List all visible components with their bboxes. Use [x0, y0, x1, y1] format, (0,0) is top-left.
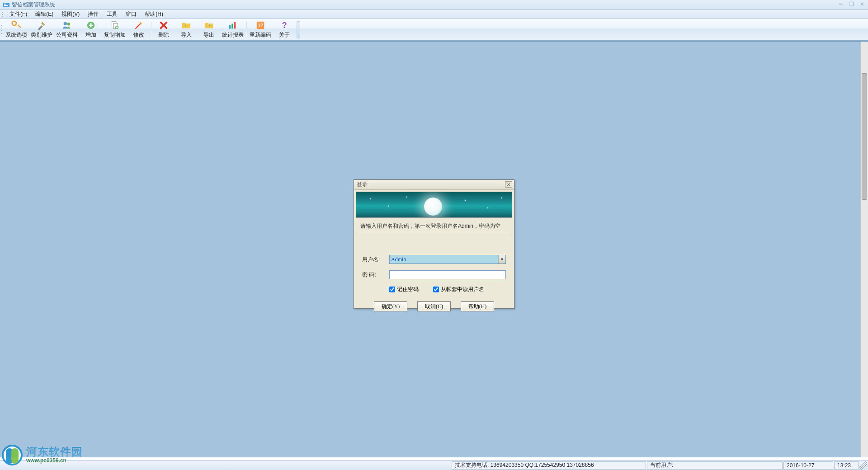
status-bar: 技术支持电话: 13694203350 QQ:1725542950 137028…: [0, 460, 868, 470]
vertical-scrollbar[interactable]: [860, 42, 868, 457]
minimize-button[interactable]: ━: [836, 1, 844, 7]
remember-password-checkbox[interactable]: 记住密码: [389, 286, 419, 293]
read-from-book-input[interactable]: [433, 287, 439, 292]
renumber-icon: 12: [255, 20, 265, 30]
menu-bar: 文件(F) 编辑(E) 视图(V) 操作 工具 窗口 帮助(H): [0, 10, 868, 19]
menu-grip-icon: [2, 11, 4, 18]
star-icon: [388, 206, 389, 207]
dialog-banner: [356, 192, 512, 218]
star-icon: [501, 197, 502, 198]
toolbar-delete[interactable]: 删除: [152, 20, 175, 40]
title-bar: 智信档案管理系统 ━ ❐ ✕: [0, 0, 868, 10]
toolbar-add[interactable]: 增加: [80, 20, 102, 40]
username-input[interactable]: [389, 255, 506, 264]
menu-view[interactable]: 视图(V): [57, 9, 84, 19]
svg-rect-12: [234, 22, 236, 29]
toolbar-label: 重新编码: [250, 31, 271, 39]
toolbar-label: 删除: [158, 31, 169, 39]
star-icon: [370, 198, 371, 199]
toolbar-label: 关于: [279, 31, 290, 39]
toolbar-label: 增加: [85, 31, 96, 39]
status-time: 13:23: [834, 461, 859, 470]
app-icon: [3, 1, 10, 9]
cancel-button[interactable]: 取消(C): [417, 301, 451, 311]
toolbar-about[interactable]: ? 关于: [273, 20, 296, 40]
status-current-user: 当前用户:: [647, 461, 783, 470]
app-title: 智信档案管理系统: [12, 1, 55, 9]
help-icon: ?: [279, 20, 289, 30]
maximize-button[interactable]: ❐: [847, 1, 855, 7]
pencil-icon: [134, 20, 144, 30]
svg-rect-11: [231, 24, 233, 28]
toolbar-category-maintain[interactable]: 类别维护: [29, 20, 54, 40]
users-icon: [62, 20, 72, 30]
toolbar-separator: [151, 22, 151, 38]
svg-text:12: 12: [258, 23, 263, 28]
svg-rect-2: [4, 5, 8, 6]
close-button[interactable]: ✕: [858, 1, 866, 7]
dialog-close-button[interactable]: ✕: [505, 181, 512, 188]
status-support: 技术支持电话: 13694203350 QQ:1725542950 137028…: [452, 461, 646, 470]
wrench-icon: [11, 20, 21, 30]
read-from-book-checkbox[interactable]: 从帐套中读用户名: [433, 286, 484, 293]
toolbar-edit[interactable]: 修改: [127, 20, 150, 40]
toolbar-separator: [246, 22, 247, 38]
toolbar-label: 复制增加: [104, 31, 126, 39]
toolbar-label: 导出: [203, 31, 214, 39]
menu-help[interactable]: 帮助(H): [141, 9, 167, 19]
remember-password-label: 记住密码: [397, 286, 419, 293]
plus-icon: [86, 20, 96, 30]
scrollbar-thumb[interactable]: [862, 73, 867, 200]
star-icon: [487, 207, 488, 208]
delete-icon: [159, 20, 169, 30]
toolbar-system-options[interactable]: 系统选项: [4, 20, 29, 40]
svg-rect-1: [4, 4, 6, 5]
toolbar-label: 修改: [133, 31, 144, 39]
chart-icon: [228, 20, 238, 30]
status-date: 2016-10-27: [783, 461, 833, 470]
ok-button[interactable]: 确定(Y): [374, 301, 407, 311]
username-label: 用户名:: [362, 256, 389, 263]
toolbar-copy-add[interactable]: 复制增加: [102, 20, 127, 40]
menu-window[interactable]: 窗口: [122, 9, 141, 19]
tools-icon: [37, 20, 47, 30]
toolbar-label: 类别维护: [31, 31, 52, 39]
dialog-title-bar[interactable]: 登录 ✕: [354, 180, 514, 190]
svg-point-5: [67, 23, 70, 25]
star-icon: [465, 200, 466, 201]
chevron-down-icon[interactable]: ▼: [498, 255, 505, 263]
toolbar-grip-icon: [1, 22, 3, 38]
svg-point-4: [64, 22, 67, 25]
toolbar-company-info[interactable]: 公司资料: [54, 20, 80, 40]
folder-out-icon: [204, 20, 214, 30]
status-spacer: [0, 461, 451, 470]
svg-rect-10: [229, 25, 231, 28]
toolbar-export[interactable]: 导出: [198, 20, 220, 40]
password-input[interactable]: [389, 270, 506, 279]
read-from-book-label: 从帐套中读用户名: [441, 286, 484, 293]
menu-tools[interactable]: 工具: [103, 9, 122, 19]
toolbar-label: 统计报表: [222, 31, 244, 39]
svg-point-3: [12, 21, 16, 25]
star-icon: [406, 197, 407, 197]
toolbar-renumber[interactable]: 12 重新编码: [248, 20, 273, 40]
toolbar: 系统选项 类别维护 公司资料 增加 复制增加: [0, 19, 868, 41]
menu-file[interactable]: 文件(F): [5, 9, 31, 19]
username-combo[interactable]: ▼: [389, 255, 506, 264]
help-button[interactable]: 帮助(H): [461, 301, 494, 311]
moon-icon: [424, 197, 442, 216]
menu-action[interactable]: 操作: [84, 9, 103, 19]
toolbar-import[interactable]: 导入: [175, 20, 198, 40]
toolbar-report[interactable]: 统计报表: [220, 20, 245, 40]
remember-password-input[interactable]: [389, 287, 395, 292]
toolbar-label: 公司资料: [56, 31, 78, 39]
dialog-title: 登录: [357, 181, 368, 188]
resize-grip-icon[interactable]: [859, 461, 867, 470]
svg-text:?: ?: [282, 20, 287, 30]
menu-edit[interactable]: 编辑(E): [31, 9, 57, 19]
copy-icon: [110, 20, 120, 30]
login-dialog: 登录 ✕ 请输入用户名和密码，第一次登录用户名Admin，密码为空 用户名: ▼…: [354, 179, 514, 309]
toolbar-label: 导入: [181, 31, 192, 39]
password-label: 密 码:: [362, 271, 389, 279]
toolbar-overflow-icon[interactable]: [297, 21, 300, 38]
